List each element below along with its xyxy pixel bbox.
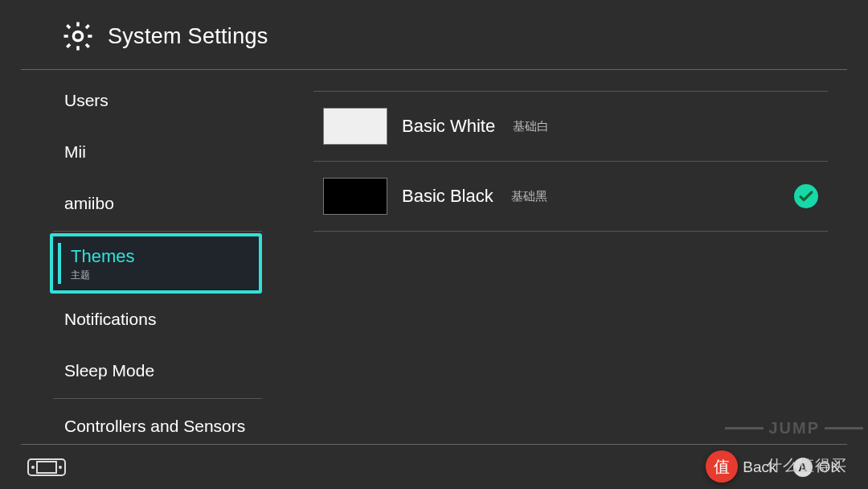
svg-point-5 — [59, 466, 62, 469]
sidebar-item-label: Sleep Mode — [64, 361, 154, 380]
page-title: System Settings — [108, 24, 268, 49]
watermark-text: 什么值得买 — [767, 455, 847, 476]
sidebar-item-controllers[interactable]: Controllers and Sensors — [53, 401, 273, 446]
check-icon — [794, 184, 818, 208]
watermark-jump: JUMP — [725, 419, 863, 438]
sidebar-item-users[interactable]: Users — [53, 75, 273, 126]
sidebar: Users Mii amiibo Themes 主题 Notifications… — [0, 70, 273, 446]
header: System Settings — [21, 0, 847, 70]
sidebar-item-label: Controllers and Sensors — [64, 417, 245, 435]
sidebar-item-label: Themes — [71, 246, 134, 266]
theme-sublabel: 基础白 — [513, 119, 549, 134]
theme-label: Basic White — [402, 116, 495, 137]
theme-sublabel: 基础黑 — [511, 189, 547, 204]
theme-swatch — [323, 108, 387, 145]
theme-option-basic-white[interactable]: Basic White 基础白 — [313, 91, 828, 162]
theme-swatch — [323, 178, 387, 215]
sidebar-divider — [53, 231, 262, 232]
sidebar-item-mii[interactable]: Mii — [53, 126, 273, 178]
theme-option-basic-black[interactable]: Basic Black 基础黑 — [313, 162, 828, 232]
sidebar-item-amiibo[interactable]: amiibo — [53, 178, 273, 229]
svg-point-4 — [31, 466, 35, 469]
themes-panel: Basic White 基础白 Basic Black 基础黑 — [273, 70, 868, 446]
gear-icon — [61, 19, 95, 53]
sidebar-item-sublabel: 主题 — [71, 269, 251, 282]
sidebar-item-label: amiibo — [64, 194, 114, 212]
svg-rect-3 — [37, 462, 56, 473]
svg-point-0 — [73, 31, 82, 40]
sidebar-item-notifications[interactable]: Notifications — [53, 294, 273, 345]
sidebar-item-label: Mii — [64, 142, 86, 161]
sidebar-item-themes[interactable]: Themes 主题 — [50, 233, 262, 294]
sidebar-divider — [53, 398, 262, 399]
selection-accent — [58, 243, 61, 284]
sidebar-item-label: Notifications — [64, 310, 156, 328]
watermark-badge: 值 — [706, 450, 738, 483]
sidebar-item-sleep-mode[interactable]: Sleep Mode — [53, 345, 273, 397]
controller-icon — [27, 458, 66, 476]
sidebar-item-label: Users — [64, 91, 108, 109]
theme-label: Basic Black — [402, 186, 493, 207]
